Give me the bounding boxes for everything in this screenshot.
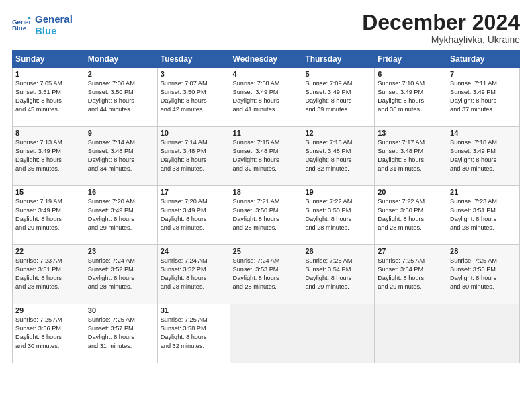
day-number: 6 <box>378 70 444 78</box>
day-number: 3 <box>161 70 227 78</box>
calendar-table: SundayMondayTuesdayWednesdayThursdayFrid… <box>12 50 520 363</box>
day-number: 5 <box>305 70 371 78</box>
day-info: Sunrise: 7:10 AM Sunset: 3:49 PM Dayligh… <box>378 80 425 113</box>
day-info: Sunrise: 7:25 AM Sunset: 3:55 PM Dayligh… <box>450 257 497 290</box>
day-number: 12 <box>305 129 371 137</box>
svg-text:Blue: Blue <box>12 25 27 32</box>
day-info: Sunrise: 7:08 AM Sunset: 3:49 PM Dayligh… <box>233 80 280 113</box>
calendar-cell: 14Sunrise: 7:18 AM Sunset: 3:49 PM Dayli… <box>447 127 520 186</box>
day-number: 15 <box>15 188 82 196</box>
calendar-cell: 8Sunrise: 7:13 AM Sunset: 3:49 PM Daylig… <box>13 127 85 186</box>
day-info: Sunrise: 7:09 AM Sunset: 3:49 PM Dayligh… <box>305 80 352 113</box>
day-info: Sunrise: 7:05 AM Sunset: 3:51 PM Dayligh… <box>15 80 62 113</box>
calendar-cell: 15Sunrise: 7:19 AM Sunset: 3:49 PM Dayli… <box>13 186 85 245</box>
logo-icon: General Blue <box>12 15 31 34</box>
day-info: Sunrise: 7:13 AM Sunset: 3:49 PM Dayligh… <box>15 139 62 172</box>
day-number: 23 <box>88 247 154 255</box>
calendar-cell: 12Sunrise: 7:16 AM Sunset: 3:48 PM Dayli… <box>302 127 375 186</box>
day-number: 13 <box>378 129 444 137</box>
day-number: 20 <box>378 188 444 196</box>
day-info: Sunrise: 7:24 AM Sunset: 3:53 PM Dayligh… <box>233 257 280 290</box>
calendar-cell: 23Sunrise: 7:24 AM Sunset: 3:52 PM Dayli… <box>85 245 157 304</box>
day-number: 31 <box>161 306 227 314</box>
day-number: 10 <box>161 129 227 137</box>
day-info: Sunrise: 7:15 AM Sunset: 3:48 PM Dayligh… <box>233 139 280 172</box>
calendar-week-4: 22Sunrise: 7:23 AM Sunset: 3:51 PM Dayli… <box>13 245 520 304</box>
day-info: Sunrise: 7:20 AM Sunset: 3:49 PM Dayligh… <box>88 198 135 231</box>
day-info: Sunrise: 7:14 AM Sunset: 3:48 PM Dayligh… <box>161 139 208 172</box>
day-info: Sunrise: 7:20 AM Sunset: 3:49 PM Dayligh… <box>161 198 208 231</box>
day-header-sunday: Sunday <box>13 51 85 68</box>
calendar-cell: 6Sunrise: 7:10 AM Sunset: 3:49 PM Daylig… <box>375 68 447 127</box>
calendar-week-1: 1Sunrise: 7:05 AM Sunset: 3:51 PM Daylig… <box>13 68 520 127</box>
day-info: Sunrise: 7:11 AM Sunset: 3:49 PM Dayligh… <box>450 80 497 113</box>
calendar-cell: 18Sunrise: 7:21 AM Sunset: 3:50 PM Dayli… <box>230 186 302 245</box>
day-info: Sunrise: 7:25 AM Sunset: 3:58 PM Dayligh… <box>161 316 208 349</box>
day-info: Sunrise: 7:25 AM Sunset: 3:54 PM Dayligh… <box>378 257 425 290</box>
calendar-cell: 5Sunrise: 7:09 AM Sunset: 3:49 PM Daylig… <box>302 68 375 127</box>
calendar-cell: 19Sunrise: 7:22 AM Sunset: 3:50 PM Dayli… <box>302 186 375 245</box>
day-number: 14 <box>450 129 517 137</box>
day-number: 7 <box>450 70 517 78</box>
title-area: December 2024 Mykhaylivka, Ukraine <box>362 11 520 45</box>
day-number: 27 <box>378 247 444 255</box>
day-header-thursday: Thursday <box>302 51 375 68</box>
day-number: 21 <box>450 188 517 196</box>
day-number: 22 <box>15 247 82 255</box>
day-header-monday: Monday <box>85 51 157 68</box>
day-info: Sunrise: 7:07 AM Sunset: 3:50 PM Dayligh… <box>161 80 208 113</box>
day-number: 1 <box>15 70 82 78</box>
day-info: Sunrise: 7:23 AM Sunset: 3:51 PM Dayligh… <box>15 257 62 290</box>
day-info: Sunrise: 7:18 AM Sunset: 3:49 PM Dayligh… <box>450 139 497 172</box>
day-number: 24 <box>161 247 227 255</box>
calendar-cell <box>447 304 520 363</box>
day-header-friday: Friday <box>375 51 447 68</box>
day-number: 26 <box>305 247 371 255</box>
day-number: 28 <box>450 247 517 255</box>
calendar-cell: 11Sunrise: 7:15 AM Sunset: 3:48 PM Dayli… <box>230 127 302 186</box>
day-number: 19 <box>305 188 371 196</box>
month-title: December 2024 <box>362 11 520 34</box>
day-number: 11 <box>233 129 300 137</box>
day-number: 17 <box>161 188 227 196</box>
location: Mykhaylivka, Ukraine <box>362 34 520 45</box>
day-info: Sunrise: 7:14 AM Sunset: 3:48 PM Dayligh… <box>88 139 135 172</box>
calendar-cell: 10Sunrise: 7:14 AM Sunset: 3:48 PM Dayli… <box>157 127 230 186</box>
calendar-week-5: 29Sunrise: 7:25 AM Sunset: 3:56 PM Dayli… <box>13 304 520 363</box>
calendar-cell: 20Sunrise: 7:22 AM Sunset: 3:50 PM Dayli… <box>375 186 447 245</box>
day-header-saturday: Saturday <box>447 51 520 68</box>
calendar-cell <box>230 304 302 363</box>
calendar-cell: 16Sunrise: 7:20 AM Sunset: 3:49 PM Dayli… <box>85 186 157 245</box>
day-info: Sunrise: 7:21 AM Sunset: 3:50 PM Dayligh… <box>233 198 280 231</box>
calendar-cell: 7Sunrise: 7:11 AM Sunset: 3:49 PM Daylig… <box>447 68 520 127</box>
header: General Blue General Blue December 2024 … <box>12 11 520 45</box>
calendar-cell: 4Sunrise: 7:08 AM Sunset: 3:49 PM Daylig… <box>230 68 302 127</box>
calendar-cell: 31Sunrise: 7:25 AM Sunset: 3:58 PM Dayli… <box>157 304 230 363</box>
day-info: Sunrise: 7:22 AM Sunset: 3:50 PM Dayligh… <box>305 198 352 231</box>
logo-line1: General <box>35 13 73 25</box>
calendar-cell: 22Sunrise: 7:23 AM Sunset: 3:51 PM Dayli… <box>13 245 85 304</box>
day-header-tuesday: Tuesday <box>157 51 230 68</box>
logo-line2: Blue <box>35 25 73 36</box>
calendar-cell: 30Sunrise: 7:25 AM Sunset: 3:57 PM Dayli… <box>85 304 157 363</box>
calendar-week-3: 15Sunrise: 7:19 AM Sunset: 3:49 PM Dayli… <box>13 186 520 245</box>
calendar-cell <box>302 304 375 363</box>
day-info: Sunrise: 7:19 AM Sunset: 3:49 PM Dayligh… <box>15 198 62 231</box>
day-number: 8 <box>15 129 82 137</box>
day-info: Sunrise: 7:25 AM Sunset: 3:56 PM Dayligh… <box>15 316 62 349</box>
day-info: Sunrise: 7:22 AM Sunset: 3:50 PM Dayligh… <box>378 198 425 231</box>
calendar-cell: 17Sunrise: 7:20 AM Sunset: 3:49 PM Dayli… <box>157 186 230 245</box>
day-number: 9 <box>88 129 154 137</box>
calendar-cell: 24Sunrise: 7:24 AM Sunset: 3:52 PM Dayli… <box>157 245 230 304</box>
day-info: Sunrise: 7:25 AM Sunset: 3:54 PM Dayligh… <box>305 257 352 290</box>
calendar-cell: 3Sunrise: 7:07 AM Sunset: 3:50 PM Daylig… <box>157 68 230 127</box>
calendar-cell: 13Sunrise: 7:17 AM Sunset: 3:48 PM Dayli… <box>375 127 447 186</box>
day-info: Sunrise: 7:25 AM Sunset: 3:57 PM Dayligh… <box>88 316 135 349</box>
day-info: Sunrise: 7:24 AM Sunset: 3:52 PM Dayligh… <box>161 257 208 290</box>
day-info: Sunrise: 7:16 AM Sunset: 3:48 PM Dayligh… <box>305 139 352 172</box>
day-number: 4 <box>233 70 300 78</box>
logo: General Blue General Blue <box>12 13 73 37</box>
day-number: 25 <box>233 247 300 255</box>
calendar-cell: 26Sunrise: 7:25 AM Sunset: 3:54 PM Dayli… <box>302 245 375 304</box>
calendar-cell: 27Sunrise: 7:25 AM Sunset: 3:54 PM Dayli… <box>375 245 447 304</box>
